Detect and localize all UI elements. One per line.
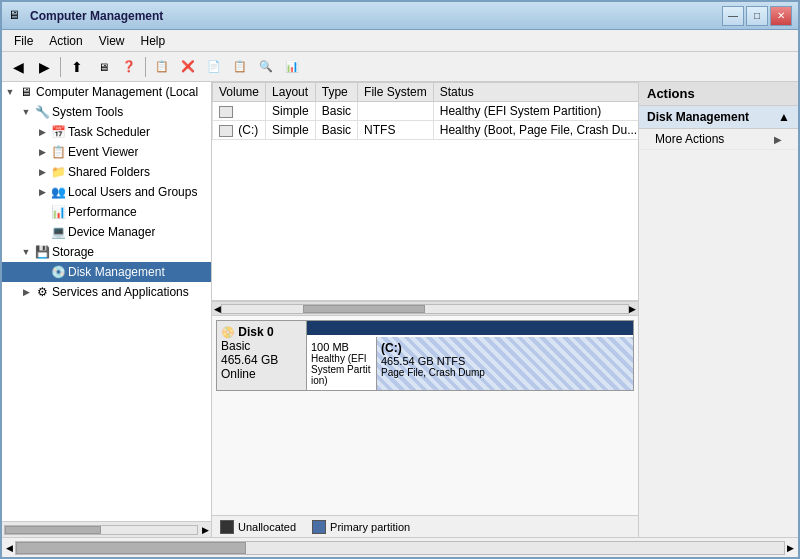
tree-item-event-viewer[interactable]: ▶ 📋 Event Viewer xyxy=(2,142,211,162)
tree-item-services[interactable]: ▶ ⚙ Services and Applications xyxy=(2,282,211,302)
tree-item-storage[interactable]: ▼ 💾 Storage xyxy=(2,242,211,262)
tree-item-local-users[interactable]: ▶ 👥 Local Users and Groups xyxy=(2,182,211,202)
icon-event-viewer: 📋 xyxy=(50,144,66,160)
disk-size: 465.64 GB xyxy=(221,353,302,367)
delete-button[interactable]: ❌ xyxy=(176,55,200,79)
icon-system-tools: 🔧 xyxy=(34,104,50,120)
left-panel-scrollbar[interactable]: ▶ xyxy=(2,521,211,537)
tree-item-performance[interactable]: ▶ 📊 Performance xyxy=(2,202,211,222)
cell-status-1: Healthy (Boot, Page File, Crash Du... xyxy=(433,121,638,140)
tree-root[interactable]: ▼ 🖥 Computer Management (Local xyxy=(2,82,211,102)
tree-view: ▼ 🖥 Computer Management (Local ▼ 🔧 Syste… xyxy=(2,82,212,521)
cell-volume-1: (C:) xyxy=(213,121,266,140)
col-type: Type xyxy=(315,83,357,102)
back-button[interactable]: ◀ xyxy=(6,55,30,79)
legend: Unallocated Primary partition xyxy=(212,515,638,537)
expand-storage[interactable]: ▼ xyxy=(18,244,34,260)
tree-item-task-scheduler[interactable]: ▶ 📅 Task Scheduler xyxy=(2,122,211,142)
label-disk-management: Disk Management xyxy=(68,265,165,279)
table-scrollbar[interactable]: ◀ ▶ xyxy=(212,301,638,315)
scroll-right-btn[interactable]: ▶ xyxy=(629,304,636,314)
label-shared-folders: Shared Folders xyxy=(68,165,150,179)
col-status: Status xyxy=(433,83,638,102)
action-section-arrow: ▲ xyxy=(778,110,790,124)
scroll-track xyxy=(221,304,629,314)
partition-c[interactable]: (C:) 465.54 GB NTFS Page File, Crash Dum… xyxy=(377,337,633,390)
forward-button[interactable]: ▶ xyxy=(32,55,56,79)
properties-button[interactable]: 📄 xyxy=(202,55,226,79)
expand-shared-folders[interactable]: ▶ xyxy=(34,164,50,180)
minimize-button[interactable]: — xyxy=(722,6,744,26)
table-area: Volume Layout Type File System Status xyxy=(212,82,638,301)
export-button[interactable]: 📊 xyxy=(280,55,304,79)
left-scroll-track xyxy=(4,525,198,535)
action-section-disk[interactable]: Disk Management ▲ xyxy=(639,106,798,129)
status-bar: ◀ ▶ xyxy=(2,537,798,557)
up-button[interactable]: ⬆ xyxy=(65,55,89,79)
scroll-left-btn[interactable]: ◀ xyxy=(214,304,221,314)
expand-services[interactable]: ▶ xyxy=(18,284,34,300)
disk-status: Online xyxy=(221,367,302,381)
new-window-button[interactable]: 📋 xyxy=(150,55,174,79)
toolbar-sep-1 xyxy=(60,57,61,77)
copy-button[interactable]: 📋 xyxy=(228,55,252,79)
icon-local-users: 👥 xyxy=(50,184,66,200)
menu-help[interactable]: Help xyxy=(133,32,174,50)
status-scroll-right[interactable]: ▶ xyxy=(787,543,794,553)
status-scroll-thumb[interactable] xyxy=(16,542,246,554)
actions-header: Actions xyxy=(639,82,798,106)
legend-box-primary xyxy=(312,520,326,534)
menu-file[interactable]: File xyxy=(6,32,41,50)
disk-table: Volume Layout Type File System Status xyxy=(212,82,638,140)
legend-label-primary: Primary partition xyxy=(330,521,410,533)
window-icon: 🖥 xyxy=(8,8,24,24)
expand-event-viewer[interactable]: ▶ xyxy=(34,144,50,160)
title-bar: 🖥 Computer Management — □ ✕ xyxy=(2,2,798,30)
table-row[interactable]: Simple Basic Healthy (EFI System Partiti… xyxy=(213,102,639,121)
partition-efi[interactable]: 100 MB Healthy (EFI System Partition) xyxy=(307,337,377,390)
disk-0-row: 📀 Disk 0 Basic 465.64 GB Online xyxy=(216,320,634,391)
label-performance: Performance xyxy=(68,205,137,219)
menu-action[interactable]: Action xyxy=(41,32,90,50)
label-event-viewer: Event Viewer xyxy=(68,145,138,159)
scroll-thumb[interactable] xyxy=(303,305,425,313)
label-device-manager: Device Manager xyxy=(68,225,155,239)
tree-icon-root: 🖥 xyxy=(18,84,34,100)
help-button[interactable]: ❓ xyxy=(117,55,141,79)
main-window: 🖥 Computer Management — □ ✕ File Action … xyxy=(0,0,800,559)
legend-unallocated: Unallocated xyxy=(220,520,296,534)
label-system-tools: System Tools xyxy=(52,105,123,119)
expand-local-users[interactable]: ▶ xyxy=(34,184,50,200)
status-scroll-left[interactable]: ◀ xyxy=(6,543,13,553)
expand-task-scheduler[interactable]: ▶ xyxy=(34,124,50,140)
table-row[interactable]: (C:) Simple Basic NTFS Healthy (Boot, Pa… xyxy=(213,121,639,140)
label-local-users: Local Users and Groups xyxy=(68,185,197,199)
tree-item-device-manager[interactable]: ▶ 💻 Device Manager xyxy=(2,222,211,242)
window-controls: — □ ✕ xyxy=(722,6,792,26)
maximize-button[interactable]: □ xyxy=(746,6,768,26)
tree-item-disk-management[interactable]: ▶ 💿 Disk Management xyxy=(2,262,211,282)
left-scroll-thumb[interactable] xyxy=(5,526,101,534)
more-actions-arrow: ▶ xyxy=(774,134,782,145)
action-more-actions[interactable]: More Actions ▶ xyxy=(639,129,798,150)
disk-partitions-content: 100 MB Healthy (EFI System Partition) (C… xyxy=(307,337,633,390)
title-bar-left: 🖥 Computer Management xyxy=(8,8,163,24)
legend-label-unallocated: Unallocated xyxy=(238,521,296,533)
tree-item-shared-folders[interactable]: ▶ 📁 Shared Folders xyxy=(2,162,211,182)
c-label: (C:) xyxy=(381,341,629,355)
cell-filesystem-0 xyxy=(358,102,434,121)
col-volume: Volume xyxy=(213,83,266,102)
toolbar: ◀ ▶ ⬆ 🖥 ❓ 📋 ❌ 📄 📋 🔍 📊 xyxy=(2,52,798,82)
search-button[interactable]: 🔍 xyxy=(254,55,278,79)
action-more-label: More Actions xyxy=(655,132,724,146)
disk-type: Basic xyxy=(221,339,302,353)
tree-expand-root[interactable]: ▼ xyxy=(2,84,18,100)
left-scroll-right[interactable]: ▶ xyxy=(200,525,211,535)
efi-desc: Healthy (EFI System Partition) xyxy=(311,353,372,386)
menu-view[interactable]: View xyxy=(91,32,133,50)
expand-system-tools[interactable]: ▼ xyxy=(18,104,34,120)
show-help-button[interactable]: 🖥 xyxy=(91,55,115,79)
center-panel: Volume Layout Type File System Status xyxy=(212,82,638,537)
tree-item-system-tools[interactable]: ▼ 🔧 System Tools xyxy=(2,102,211,122)
close-button[interactable]: ✕ xyxy=(770,6,792,26)
